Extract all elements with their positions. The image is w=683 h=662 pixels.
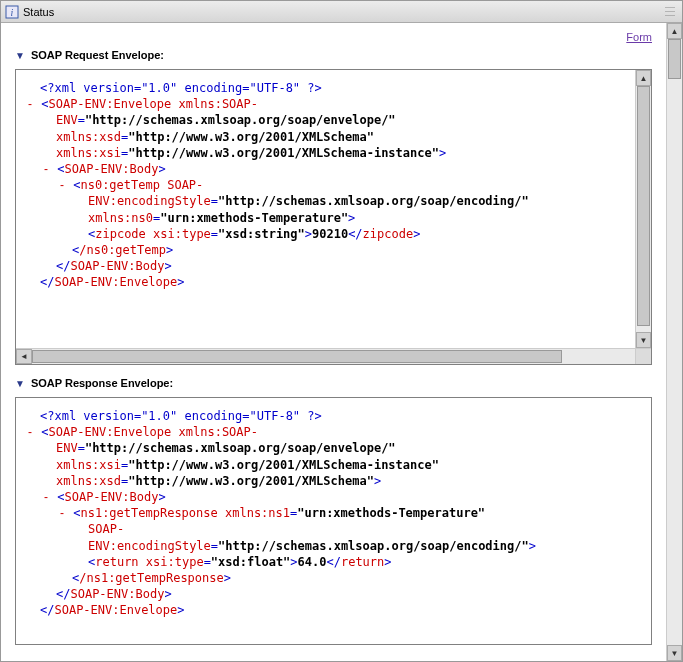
xml-content-request: <?xml version="1.0" encoding="UTF-8" ?> … <box>16 70 635 348</box>
scroll-thumb[interactable] <box>668 39 681 79</box>
xml-panel-request: <?xml version="1.0" encoding="UTF-8" ?> … <box>15 69 652 365</box>
svg-text:i: i <box>11 7 14 18</box>
scroll-down-icon[interactable]: ▼ <box>667 645 682 661</box>
form-link-row: Form <box>15 31 652 43</box>
twistie-down-icon[interactable]: ▼ <box>15 378 25 389</box>
collapse-marker[interactable]: - <box>60 506 64 520</box>
panel-hscroll[interactable]: ◄► <box>16 348 651 364</box>
section-title-request: SOAP Request Envelope: <box>31 49 164 61</box>
main-vscroll[interactable]: ▲ ▼ <box>666 23 682 661</box>
scroll-corner <box>635 348 651 364</box>
section-header-request[interactable]: ▼ SOAP Request Envelope: <box>15 49 652 61</box>
panel-menu-icon[interactable] <box>662 4 678 20</box>
section-header-response[interactable]: ▼ SOAP Response Envelope: <box>15 377 652 389</box>
collapse-marker[interactable]: - <box>44 162 48 176</box>
xml-content-response: <?xml version="1.0" encoding="UTF-8" ?> … <box>16 398 635 628</box>
collapse-marker[interactable]: - <box>60 178 64 192</box>
content-wrap: Form ▼ SOAP Request Envelope: <?xml vers… <box>1 23 682 661</box>
panel-vscroll[interactable]: ▲▼ <box>635 70 651 348</box>
info-icon: i <box>5 5 19 19</box>
collapse-marker[interactable]: - <box>28 97 32 111</box>
window-title: Status <box>23 6 54 18</box>
form-link[interactable]: Form <box>626 31 652 43</box>
twistie-down-icon[interactable]: ▼ <box>15 50 25 61</box>
content: Form ▼ SOAP Request Envelope: <?xml vers… <box>1 23 666 661</box>
xml-panel-response: <?xml version="1.0" encoding="UTF-8" ?> … <box>15 397 652 645</box>
scroll-up-icon[interactable]: ▲ <box>667 23 682 39</box>
section-title-response: SOAP Response Envelope: <box>31 377 173 389</box>
collapse-marker[interactable]: - <box>28 425 32 439</box>
collapse-marker[interactable]: - <box>44 490 48 504</box>
titlebar: i Status <box>1 1 682 23</box>
